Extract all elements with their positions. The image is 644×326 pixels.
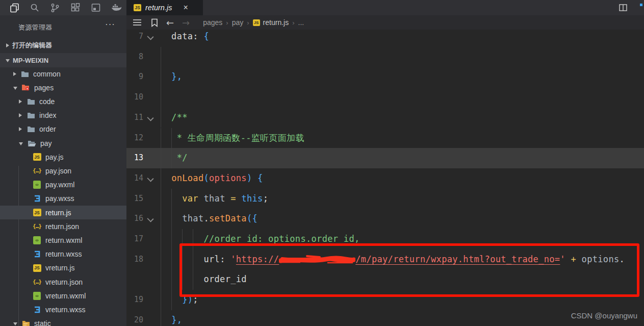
code-text: url: 'https:// /m/pay/return/wxpay.html?… [161, 249, 625, 270]
tree-item-label: static [34, 319, 51, 326]
fold-chevron-icon[interactable] [147, 216, 153, 222]
tree-item-label: pay.wxml [45, 181, 74, 189]
code-line-14[interactable]: 14 onLoad(options) { [126, 168, 644, 189]
tree-item-return-json[interactable]: {…}return.json [0, 219, 126, 233]
breadcrumb-label: ... [298, 18, 304, 27]
code-line-17[interactable]: 17 //order_id: options.order_id, [126, 229, 644, 249]
indent-guide [161, 47, 161, 67]
source-control-icon[interactable] [45, 0, 65, 15]
code-editor[interactable]: 7 data: {89 },1011 /**12 * 生命周期函数--监听页面加… [126, 27, 644, 326]
tree-item-code[interactable]: code [0, 94, 126, 108]
bookmark-icon[interactable] [151, 18, 158, 27]
chevron-right-icon[interactable] [19, 113, 22, 117]
code-line-8[interactable]: 8 [126, 47, 644, 67]
line-number: 15 [126, 189, 143, 209]
wxss-file-icon [33, 250, 41, 259]
tab-close-icon[interactable]: × [183, 4, 188, 12]
open-editors-label: 打开的编辑器 [12, 41, 52, 50]
tree-item-return-wxss[interactable]: return.wxss [0, 247, 126, 261]
tree-item-common[interactable]: common [0, 67, 126, 81]
chevron-right-icon[interactable] [19, 127, 22, 131]
line-number: 20 [126, 310, 143, 326]
code-line-11[interactable]: 11 /** [126, 108, 644, 128]
code-text: order_id [161, 269, 247, 290]
tree-item-static[interactable]: static [0, 317, 126, 326]
extensions-icon[interactable] [65, 0, 86, 15]
open-editors-section[interactable]: 打开的编辑器 [0, 39, 126, 52]
tab-return-js[interactable]: JS return.js × [126, 0, 203, 15]
tree-item-index[interactable]: index [0, 109, 126, 122]
breadcrumb-item----[interactable]: ... [298, 18, 304, 27]
chevron-down-icon[interactable] [19, 142, 23, 145]
tree-item-label: vreturn.wxml [45, 292, 86, 300]
tree-item-pay-wxss[interactable]: pay.wxss [0, 192, 126, 206]
code-text: }, [161, 67, 182, 87]
chevron-right-icon[interactable] [19, 99, 22, 104]
tree-item-order[interactable]: order [0, 122, 126, 136]
line-number: 10 [126, 87, 143, 108]
sidebar-more-menu[interactable]: ··· [105, 19, 115, 30]
chevron-down-icon[interactable] [13, 87, 17, 90]
tree-item-vreturn-wxml[interactable]: ‹›vreturn.wxml [0, 289, 126, 303]
indent-guide [161, 87, 161, 108]
tree-item-vreturn-json[interactable]: {…}vreturn.json [0, 275, 126, 289]
code-line-10[interactable]: 10 [126, 87, 644, 108]
search-icon[interactable] [24, 0, 45, 15]
breadcrumb-item-pages[interactable]: pages [203, 18, 222, 27]
static-folder-icon [21, 319, 30, 326]
sidebar-header: 资源管理器 ··· [0, 19, 126, 36]
tree-item-pay-json[interactable]: {…}pay.json [0, 164, 126, 178]
fold-chevron-icon[interactable] [147, 33, 153, 40]
tree-item-label: common [33, 70, 61, 78]
tree-item-label: pages [34, 84, 54, 92]
tree-item-label: return.js [45, 209, 71, 217]
project-root-section[interactable]: MP-WEIXIN [0, 53, 126, 67]
code-text: }); [161, 290, 198, 310]
tree-item-label: pay.json [45, 167, 71, 175]
js-file-icon: JS [253, 19, 260, 26]
tree-item-return-wxml[interactable]: ‹›return.wxml [0, 233, 126, 247]
breadcrumb-item-pay[interactable]: pay [232, 18, 244, 27]
wxml-file-icon: ‹› [33, 291, 41, 300]
docker-icon[interactable] [106, 0, 126, 15]
code-line-9[interactable]: 9 }, [126, 67, 644, 87]
scrollbar-decoration [640, 4, 642, 6]
tree-item-label: return.json [45, 222, 79, 231]
breadcrumb-label: pay [232, 18, 244, 27]
navigate-back-icon[interactable]: ← [166, 17, 174, 28]
tree-item-label: vreturn.js [45, 264, 75, 272]
tree-item-pay-js[interactable]: JSpay.js [0, 150, 126, 164]
tree-item-pay-wxml[interactable]: ‹›pay.wxml [0, 178, 126, 192]
wxml-file-icon: ‹› [33, 236, 41, 244]
code-text: onLoad(options) { [161, 168, 263, 189]
code-line-20[interactable]: 20 }, [126, 310, 644, 326]
tree-item-return-js[interactable]: JSreturn.js [0, 206, 126, 219]
tree-item-pages[interactable]: pages [0, 81, 126, 94]
tree-item-label: vreturn.json [45, 278, 83, 286]
tree-item-pay[interactable]: pay [0, 136, 126, 150]
window-icon[interactable] [86, 0, 106, 15]
explorer-icon[interactable] [4, 0, 24, 15]
tree-item-label: pay.wxss [45, 194, 74, 203]
code-line-16[interactable]: 16 that.setData({ [126, 209, 644, 229]
chevron-right-icon[interactable] [13, 72, 16, 76]
navigate-forward-icon[interactable]: → [182, 17, 190, 28]
outline-icon[interactable] [133, 18, 142, 27]
fold-chevron-icon[interactable] [147, 175, 153, 182]
tree-item-vreturn-js[interactable]: JSvreturn.js [0, 261, 126, 275]
tree-item-vreturn-wxss[interactable]: vreturn.wxss [0, 303, 126, 316]
breadcrumb-item-return-js[interactable]: JSreturn.js [253, 18, 289, 27]
code-line-18[interactable]: 18 url: 'https:// /m/pay/return/wxpay.ht… [126, 249, 644, 270]
code-line-19[interactable]: 19 }); [126, 290, 644, 310]
chevron-down-icon[interactable] [13, 322, 17, 325]
fold-chevron-icon[interactable] [147, 114, 153, 121]
line-number: 11 [126, 108, 143, 128]
code-line-12[interactable]: 12 * 生命周期函数--监听页面加载 [126, 128, 644, 148]
tree-item-label: vreturn.wxss [45, 306, 86, 314]
code-line-15[interactable]: 15 var that = this; [126, 189, 644, 209]
split-editor-icon[interactable] [619, 4, 628, 14]
line-number: 13 [126, 148, 143, 168]
code-line-wrap[interactable]: order_id [126, 269, 644, 290]
folder-icon [27, 111, 35, 120]
code-line-13[interactable]: 13 */ [126, 148, 644, 168]
